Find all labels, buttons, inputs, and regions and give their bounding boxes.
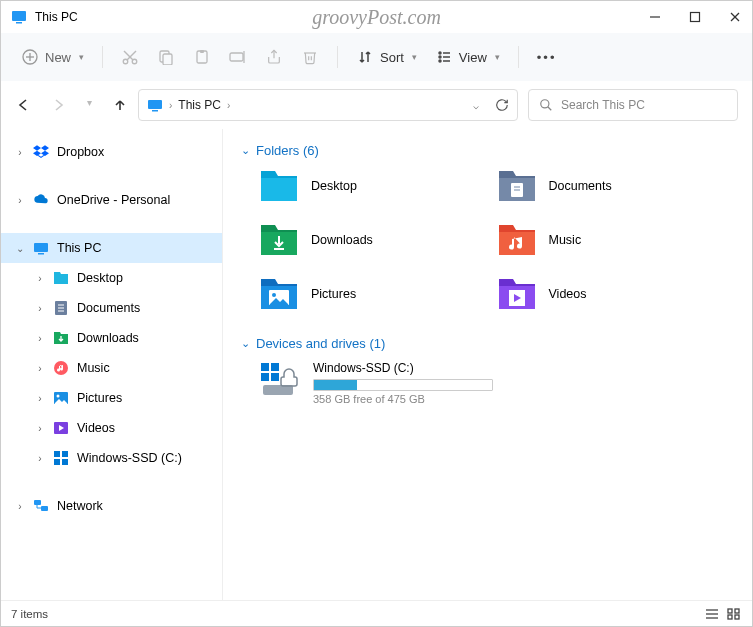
share-button[interactable] xyxy=(259,44,289,70)
delete-button[interactable] xyxy=(295,44,325,70)
forward-button[interactable] xyxy=(51,97,67,113)
folder-music[interactable]: Music xyxy=(497,222,735,258)
minimize-button[interactable] xyxy=(648,10,662,24)
folder-label: Music xyxy=(549,233,582,247)
music-icon xyxy=(53,360,69,376)
sidebar-label: Documents xyxy=(77,301,140,315)
folder-label: Downloads xyxy=(311,233,373,247)
chevron-right-icon[interactable]: › xyxy=(35,393,45,404)
svg-rect-40 xyxy=(54,451,60,457)
svg-rect-64 xyxy=(728,615,732,619)
chevron-right-icon[interactable]: › xyxy=(169,100,172,111)
up-button[interactable] xyxy=(112,97,128,113)
folder-downloads[interactable]: Downloads xyxy=(259,222,497,258)
folder-documents[interactable]: Documents xyxy=(497,168,735,204)
breadcrumb-thispc[interactable]: This PC xyxy=(178,98,221,112)
videos-folder-icon xyxy=(497,276,537,312)
chevron-down-icon[interactable]: ⌄ xyxy=(15,243,25,254)
chevron-right-icon[interactable]: › xyxy=(35,423,45,434)
svg-rect-16 xyxy=(200,50,204,53)
svg-rect-42 xyxy=(54,459,60,465)
svg-rect-56 xyxy=(261,373,269,381)
chevron-right-icon[interactable]: › xyxy=(35,303,45,314)
new-button[interactable]: New ▾ xyxy=(15,44,90,70)
maximize-button[interactable] xyxy=(688,10,702,24)
copy-button[interactable] xyxy=(151,44,181,70)
drive-name: Windows-SSD (C:) xyxy=(313,361,493,375)
search-placeholder: Search This PC xyxy=(561,98,645,112)
chevron-right-icon[interactable]: › xyxy=(15,195,25,206)
chevron-right-icon[interactable]: › xyxy=(35,453,45,464)
chevron-right-icon[interactable]: › xyxy=(227,100,230,111)
chevron-right-icon[interactable]: › xyxy=(35,333,45,344)
plus-circle-icon xyxy=(21,48,39,66)
rename-button[interactable] xyxy=(223,44,253,70)
back-button[interactable] xyxy=(15,97,31,113)
scissors-icon xyxy=(121,48,139,66)
svg-rect-44 xyxy=(34,500,41,505)
svg-rect-54 xyxy=(261,363,269,371)
sidebar-item-desktop[interactable]: › Desktop xyxy=(1,263,222,293)
group-header-folders[interactable]: ⌄ Folders (6) xyxy=(241,143,734,158)
drives-header-label: Devices and drives (1) xyxy=(256,336,385,351)
refresh-button[interactable] xyxy=(495,98,509,112)
sort-button[interactable]: Sort ▾ xyxy=(350,44,423,70)
chevron-right-icon[interactable]: › xyxy=(35,363,45,374)
drive-free-text: 358 GB free of 475 GB xyxy=(313,393,493,405)
sidebar-label: Videos xyxy=(77,421,115,435)
chevron-down-icon: ▾ xyxy=(495,52,500,62)
sidebar-item-documents[interactable]: › Documents xyxy=(1,293,222,323)
folder-label: Pictures xyxy=(311,287,356,301)
svg-point-20 xyxy=(439,52,441,54)
view-large-button[interactable] xyxy=(726,607,742,621)
drive-windows-ssd[interactable]: Windows-SSD (C:) 358 GB free of 475 GB xyxy=(259,361,734,405)
folder-label: Desktop xyxy=(311,179,357,193)
sidebar-item-downloads[interactable]: › Downloads xyxy=(1,323,222,353)
chevron-right-icon[interactable]: › xyxy=(15,501,25,512)
recent-button[interactable]: ▾ xyxy=(87,97,92,113)
sidebar-item-network[interactable]: › Network xyxy=(1,491,222,521)
chevron-right-icon[interactable]: › xyxy=(35,273,45,284)
svg-rect-65 xyxy=(735,615,739,619)
pictures-folder-icon xyxy=(259,276,299,312)
more-button[interactable]: ••• xyxy=(531,46,563,69)
paste-button[interactable] xyxy=(187,44,217,70)
sidebar-item-pictures[interactable]: › Pictures xyxy=(1,383,222,413)
sidebar-label: Downloads xyxy=(77,331,139,345)
view-details-button[interactable] xyxy=(704,607,720,621)
close-button[interactable] xyxy=(728,10,742,24)
view-button[interactable]: View ▾ xyxy=(429,44,506,70)
downloads-icon xyxy=(53,330,69,346)
folder-label: Documents xyxy=(549,179,612,193)
chevron-right-icon[interactable]: › xyxy=(15,147,25,158)
sidebar-label: Music xyxy=(77,361,110,375)
sidebar-item-thispc[interactable]: ⌄ This PC xyxy=(1,233,222,263)
sidebar-label: OneDrive - Personal xyxy=(57,193,170,207)
documents-icon xyxy=(53,300,69,316)
chevron-down-icon: ⌄ xyxy=(241,144,250,157)
sidebar-item-dropbox[interactable]: › Dropbox xyxy=(1,137,222,167)
window-title: This PC xyxy=(35,10,78,24)
sidebar-item-videos[interactable]: › Videos xyxy=(1,413,222,443)
folder-pictures[interactable]: Pictures xyxy=(259,276,497,312)
search-input[interactable]: Search This PC xyxy=(528,89,738,121)
address-bar[interactable]: › This PC › ⌵ xyxy=(138,89,518,121)
sidebar-label: Dropbox xyxy=(57,145,104,159)
copy-icon xyxy=(157,48,175,66)
sidebar-item-music[interactable]: › Music xyxy=(1,353,222,383)
folder-videos[interactable]: Videos xyxy=(497,276,735,312)
svg-rect-45 xyxy=(41,506,48,511)
sidebar-item-onedrive[interactable]: › OneDrive - Personal xyxy=(1,185,222,215)
desktop-icon xyxy=(53,270,69,286)
cut-button[interactable] xyxy=(115,44,145,70)
folder-desktop[interactable]: Desktop xyxy=(259,168,497,204)
svg-rect-1 xyxy=(16,22,22,24)
view-label: View xyxy=(459,50,487,65)
sidebar-item-ssd[interactable]: › Windows-SSD (C:) xyxy=(1,443,222,473)
svg-point-22 xyxy=(439,56,441,58)
drive-icon xyxy=(259,361,301,397)
address-dropdown[interactable]: ⌵ xyxy=(473,100,479,111)
sidebar-label: Windows-SSD (C:) xyxy=(77,451,182,465)
svg-line-29 xyxy=(548,107,552,111)
group-header-drives[interactable]: ⌄ Devices and drives (1) xyxy=(241,336,734,351)
